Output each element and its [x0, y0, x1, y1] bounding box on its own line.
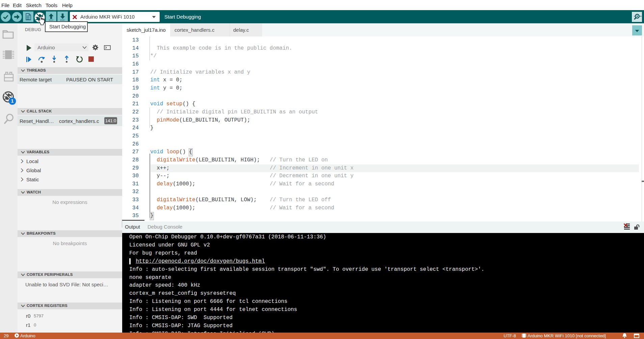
svg-text:1: 1	[11, 98, 14, 104]
